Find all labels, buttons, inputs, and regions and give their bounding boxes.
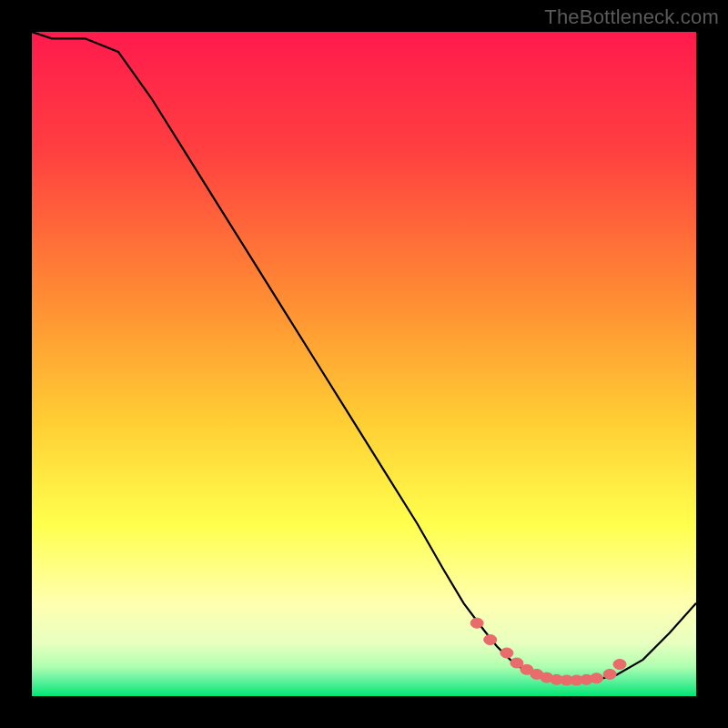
chart-svg <box>32 32 696 696</box>
marker-dot <box>613 660 626 670</box>
marker-dot <box>591 673 603 683</box>
gradient-background <box>32 32 696 696</box>
marker-dot <box>470 618 483 628</box>
marker-dot <box>484 635 497 645</box>
watermark-label: TheBottleneck.com <box>544 5 719 29</box>
marker-dot <box>603 669 616 679</box>
chart-frame: TheBottleneck.com <box>0 0 728 728</box>
plot-area <box>32 32 696 696</box>
marker-dot <box>500 648 513 658</box>
